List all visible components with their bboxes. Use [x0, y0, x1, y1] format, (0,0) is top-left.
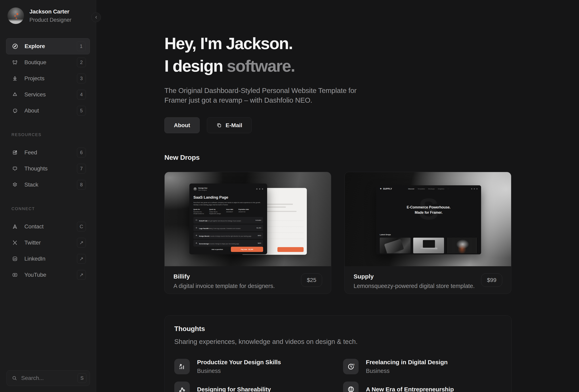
facebook-icon — [262, 188, 263, 190]
meta-label: Quote for — [193, 209, 204, 210]
meta-label: Quote by — [209, 209, 221, 210]
instagram-icon — [471, 188, 472, 189]
invoice-line-item: Kickoff CallLet's get together and discu… — [193, 217, 263, 224]
invoice-author: George Doe Web Designer — [198, 187, 207, 191]
item-amount: $800 — [258, 242, 261, 244]
invoice-description: NovoTech has grown as a software company… — [193, 201, 262, 206]
hero-title-line2-white: I design — [164, 57, 223, 75]
sidebar: Jackson Carter Product Designer Explore … — [0, 0, 96, 392]
shortcut-badge: 8 — [77, 180, 86, 190]
invoice-footer: Ask a question Pay now · $2,200 — [193, 247, 263, 252]
sidebar-item-linkedin[interactable]: LinkedIn ↗ — [6, 251, 90, 267]
thought-item-entrepreneurship[interactable]: A New Era of Entrepreneurship — [343, 382, 502, 392]
resources-nav: Feed 6 Thoughts 7 Stack 8 — [6, 145, 90, 193]
invoice-avatar — [193, 187, 197, 191]
sidebar-item-label: Twitter — [24, 239, 77, 246]
sidebar-item-feed[interactable]: Feed 6 — [6, 145, 90, 161]
hero-title-line1: Hey, I'm Jackson. — [164, 34, 292, 53]
storefront-topbar: ✦SUPPLY Discover Templates Mockups Graph… — [376, 185, 481, 192]
chart-growth-icon — [174, 359, 190, 374]
primary-nav: Explore 1 Boutique 2 Projects 3 — [6, 38, 90, 119]
sidebar-item-explore[interactable]: Explore 1 — [6, 38, 90, 54]
sidebar-item-boutique[interactable]: Boutique 2 — [6, 54, 90, 70]
meta-value: Cédric Moorehey@cedric.design — [209, 211, 221, 215]
invoice-meta-col: Expiration date 2023/07/15 — [238, 209, 249, 215]
sidebar-item-stack[interactable]: Stack 8 — [6, 177, 90, 193]
storefront-nav-item: Graphics — [438, 188, 444, 190]
thought-title: A New Era of Entrepreneurship — [366, 386, 454, 392]
thought-category: Business — [366, 368, 448, 374]
item-desc: Let's get together and discuss the strat… — [207, 220, 241, 222]
product-title: Supply — [354, 273, 502, 280]
sidebar-item-twitter[interactable]: Twitter ↗ — [6, 235, 90, 251]
invoice-meta: Quote for NovoTech Inc.info@novotech.io … — [193, 209, 263, 215]
chevron-left-icon — [94, 15, 98, 19]
layers-icon — [11, 181, 18, 188]
supply-logo: ✦SUPPLY — [380, 187, 392, 190]
storefront-hero-line1: E-Commerce Powerhouse. — [407, 205, 450, 209]
billify-dark-invoice: George Doe Web Designer SaaS Landing Pag… — [189, 183, 267, 254]
supply-preview-image: S ✦SUPPLY Discover Templates Mockups Gra… — [345, 172, 511, 266]
thought-title: Designing for Shareability — [197, 386, 271, 392]
billify-caption: Billify A digital invoice template for d… — [165, 266, 331, 289]
item-desc: Making 3 new logo proposals. 3 iteration… — [208, 228, 241, 229]
thought-text: Productize Your Design Skills Business — [197, 359, 281, 374]
dashfolio-page: Jackson Carter Product Designer Explore … — [0, 0, 579, 392]
twitter-icon — [259, 188, 260, 190]
thoughts-subtitle: Sharing experiences, knowledge and video… — [174, 338, 502, 345]
light-invoice-pay-button — [277, 247, 304, 252]
sidebar-item-services[interactable]: Services 4 — [6, 87, 90, 103]
item-desc: 3 rounds of design mood to find the righ… — [209, 235, 252, 237]
thought-item-productize[interactable]: Productize Your Design Skills Business — [174, 359, 333, 374]
facebook-icon — [476, 188, 477, 189]
thumbnail-device — [380, 238, 411, 253]
linkedin-icon — [11, 255, 18, 262]
invoice-author-name: George Doe — [198, 187, 207, 189]
compass-icon — [12, 43, 18, 50]
thought-category: Business — [197, 368, 281, 374]
external-arrow-badge: ↗ — [77, 254, 86, 264]
meta-value: 2023/07/15 — [238, 211, 249, 213]
connect-nav: Contact C Twitter ↗ LinkedIn ↗ — [6, 219, 90, 283]
sidebar-item-contact[interactable]: Contact C — [6, 219, 90, 235]
product-card-billify[interactable]: SaaS Landing Page Ask a question — [164, 172, 331, 294]
sidebar-item-youtube[interactable]: YouTube ↗ — [6, 267, 90, 283]
profile[interactable]: Jackson Carter Product Designer — [7, 7, 72, 24]
sidebar-item-thoughts[interactable]: Thoughts 7 — [6, 161, 90, 177]
about-button[interactable]: About — [164, 117, 200, 133]
sidebar-collapse-button[interactable] — [91, 12, 101, 22]
sidebar-item-about[interactable]: About 5 — [6, 103, 90, 119]
supply-caption: Supply Lemonsqueezy-powered digital stor… — [345, 266, 511, 289]
invoice-meta-col: Issue date 2023/06/27 — [226, 209, 233, 215]
hero-subtitle: The Original Dashboard-Styled Personal W… — [164, 86, 378, 105]
thought-item-freelancing[interactable]: 12 Freelancing in Digital Design Busines… — [343, 359, 502, 374]
sidebar-item-projects[interactable]: Projects 3 — [6, 70, 90, 87]
profile-role: Product Designer — [29, 17, 72, 23]
shortcut-badge: 5 — [77, 106, 86, 115]
product-card-supply[interactable]: S ✦SUPPLY Discover Templates Mockups Gra… — [345, 172, 511, 294]
hero-title: Hey, I'm Jackson. I designsoftware. — [164, 32, 295, 77]
bell-icon — [11, 91, 18, 98]
globe-icon — [343, 382, 359, 392]
new-drops-cards: SaaS Landing Page Ask a question — [164, 172, 511, 294]
thumbnail-portrait — [447, 238, 477, 253]
email-button[interactable]: E-Mail — [207, 117, 252, 133]
search-input[interactable] — [21, 375, 77, 381]
shortcut-badge: 7 — [77, 164, 86, 173]
feed-grid-icon — [11, 149, 18, 156]
star-icon — [195, 227, 197, 229]
storefront-hero-line2: Made for Framer. — [415, 211, 443, 215]
item-name: Design Moods — [199, 235, 209, 237]
sidebar-item-label: YouTube — [24, 272, 77, 278]
invoice-line-item: Logo FaceliftMaking 3 new logo proposals… — [193, 224, 263, 231]
search-box[interactable]: S — [6, 370, 90, 386]
invoice-meta-col: Quote by Cédric Moorehey@cedric.design — [209, 209, 221, 215]
sidebar-item-label: Boutique — [24, 59, 77, 66]
thought-item-shareability[interactable]: Designing for Shareability — [174, 382, 333, 392]
main-content: Hey, I'm Jackson. I designsoftware. The … — [96, 0, 579, 392]
pen-nib-icon — [11, 75, 18, 82]
supply-storefront: S ✦SUPPLY Discover Templates Mockups Gra… — [376, 185, 481, 254]
thoughts-heading: Thoughts — [174, 325, 502, 333]
shortcut-badge: 1 — [77, 42, 86, 51]
item-name: Screendesign — [199, 243, 209, 245]
